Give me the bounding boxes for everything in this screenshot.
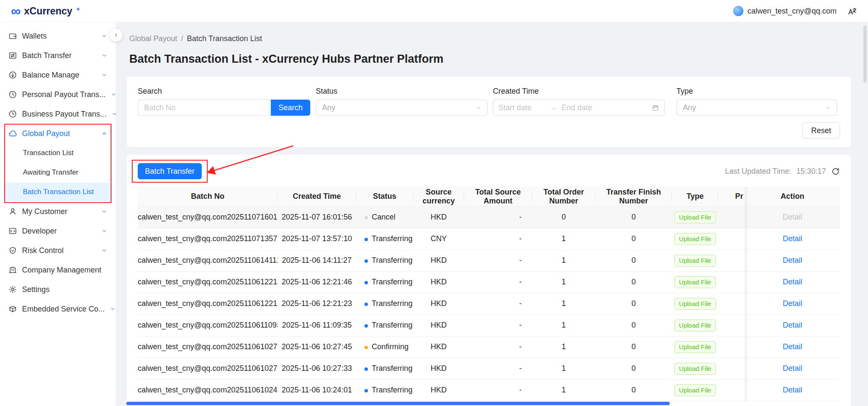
detail-link[interactable]: Detail <box>783 342 802 351</box>
sidebar-item-company-management[interactable]: Company Management <box>3 261 112 279</box>
created-time-cell: 2025-11-06 11:09:35 <box>278 314 356 336</box>
status-select[interactable]: Any <box>316 100 487 116</box>
building-icon <box>8 266 17 274</box>
total-order-number-cell: 1 <box>532 336 595 358</box>
user-email[interactable]: calwen_test_cny@qq.com <box>748 7 837 16</box>
sidebar-item-risk-control[interactable]: Risk Control <box>3 241 112 260</box>
breadcrumb-parent[interactable]: Global Payout <box>129 34 177 43</box>
chevron-down-icon <box>476 105 481 111</box>
progress-cell <box>718 206 745 228</box>
range-arrow: → <box>550 103 557 112</box>
refresh-icon[interactable] <box>831 167 840 176</box>
sidebar-item-business-payout[interactable]: Business Payout Trans... <box>3 105 112 123</box>
search-button[interactable]: Search <box>271 100 310 116</box>
sidebar-item-settings[interactable]: Settings <box>3 280 112 299</box>
sidebar-item-batch-transaction-list[interactable]: Batch Transaction List <box>3 183 112 201</box>
action-cell: Detail <box>745 379 840 401</box>
created-time-range-picker[interactable]: → <box>493 100 665 116</box>
type-select[interactable]: Any <box>676 100 837 116</box>
status-cell: Transferring <box>356 358 413 379</box>
status-cell: Transferring <box>356 271 413 293</box>
sidebar-item-wallets[interactable]: Wallets <box>3 27 112 45</box>
detail-link[interactable]: Detail <box>783 278 802 286</box>
reset-button[interactable]: Reset <box>802 122 840 139</box>
created-time-label: Created Time <box>493 87 665 96</box>
type-cell: Upload File <box>672 379 718 401</box>
source-currency-cell: HKD <box>413 206 464 228</box>
table-body: calwen_test_cny@qq.com20251107160156 202… <box>138 206 840 401</box>
chevron-down-icon <box>110 306 116 312</box>
detail-link[interactable]: Detail <box>783 364 802 373</box>
sidebar-item-embedded-service[interactable]: Embedded Service Co... <box>3 300 112 318</box>
detail-link[interactable]: Detail <box>783 299 802 308</box>
batch-no-cell: calwen_test_cny@qq.com20251106141127 <box>138 250 278 271</box>
upload-file-tag: Upload File <box>674 384 716 396</box>
created-time-cell: 2025-11-07 16:01:56 <box>278 206 356 228</box>
vertical-scrollbar-thumb[interactable] <box>863 25 867 83</box>
detail-link[interactable]: Detail <box>783 213 802 221</box>
batch-no-cell: calwen_test_cny@qq.com20251107135710 <box>138 228 278 250</box>
status-text: Transferring <box>372 278 412 286</box>
transfer-finish-number-cell: 0 <box>595 314 672 336</box>
col-type: Type <box>672 187 718 206</box>
created-time-cell: 2025-11-07 13:57:10 <box>278 228 356 250</box>
upload-file-tag: Upload File <box>674 363 716 375</box>
sidebar-item-transaction-list[interactable]: Transaction List <box>3 144 112 162</box>
total-order-number-cell: 1 <box>532 293 595 314</box>
status-cell: Cancel <box>356 206 413 228</box>
upload-file-tag: Upload File <box>674 298 716 310</box>
sidebar-collapse-button[interactable] <box>110 29 122 42</box>
brand-logo: ∞ xCurrency <box>11 5 81 17</box>
detail-link[interactable]: Detail <box>783 256 802 264</box>
sidebar-item-label: Personal Payout Trans... <box>22 90 106 99</box>
sidebar-item-global-payout[interactable]: Global Payout <box>3 124 112 143</box>
infinity-logo-icon: ∞ <box>11 5 21 17</box>
chevron-down-icon <box>101 33 107 39</box>
detail-link[interactable]: Detail <box>783 321 802 329</box>
type-cell: Upload File <box>672 314 718 336</box>
progress-cell <box>718 314 745 336</box>
header-right: calwen_test_cny@qq.com <box>733 6 857 16</box>
sidebar-item-my-customer[interactable]: My Customer <box>3 202 112 221</box>
sidebar-item-balance-manage[interactable]: Balance Manage <box>3 66 112 84</box>
horizontal-scrollbar-thumb[interactable] <box>126 402 670 405</box>
table-row: calwen_test_cny@qq.com20251107135710 202… <box>138 228 840 250</box>
sidebar-item-awaiting-transfer[interactable]: Awaiting Transfer <box>3 163 112 182</box>
status-text: Transferring <box>372 299 412 308</box>
status-cell: Transferring <box>356 228 413 250</box>
action-cell: Detail <box>745 206 840 228</box>
search-input[interactable] <box>138 100 271 116</box>
total-order-number-cell: 1 <box>532 314 595 336</box>
last-updated: Last Updated Time: 15:30:17 <box>725 167 840 176</box>
total-source-amount-cell: - <box>464 293 532 314</box>
user-avatar[interactable] <box>733 6 743 16</box>
sidebar-item-developer[interactable]: Developer <box>3 222 112 240</box>
batch-transfer-button[interactable]: Batch Transfer <box>138 163 202 179</box>
status-dot <box>364 346 368 349</box>
filter-panel: Search Search Status Any Created Time <box>127 77 851 147</box>
table-row: calwen_test_cny@qq.com20251106122146 202… <box>138 271 840 293</box>
detail-link[interactable]: Detail <box>783 234 802 243</box>
sidebar-item-personal-payout[interactable]: Personal Payout Trans... <box>3 85 112 104</box>
sidebar-subitem-label: Awaiting Transfer <box>23 168 78 177</box>
transfer-finish-number-cell: 0 <box>595 358 672 379</box>
table-row: calwen_test_cny@qq.com20251106102745 202… <box>138 336 840 358</box>
breadcrumb-current: Batch Transaction List <box>187 34 262 43</box>
type-cell: Upload File <box>672 271 718 293</box>
sidebar-item-batch-transfer[interactable]: Batch Transfer <box>3 46 112 65</box>
type-cell: Upload File <box>672 228 718 250</box>
sidebar-item-label: My Customer <box>22 207 67 216</box>
breadcrumb-separator: / <box>181 34 183 43</box>
balance-icon <box>8 71 17 79</box>
batch-no-cell: calwen_test_cny@qq.com20251106110935 <box>138 314 278 336</box>
action-cell: Detail <box>745 228 840 250</box>
end-date-input[interactable] <box>562 103 609 112</box>
sidebar-item-label: Risk Control <box>22 246 64 255</box>
chevron-down-icon <box>101 228 107 234</box>
status-dot <box>364 303 368 306</box>
translate-icon[interactable] <box>848 6 857 16</box>
start-date-input[interactable] <box>498 103 546 112</box>
action-cell: Detail <box>745 271 840 293</box>
detail-link[interactable]: Detail <box>783 386 802 394</box>
transfer-finish-number-cell: 0 <box>595 228 672 250</box>
